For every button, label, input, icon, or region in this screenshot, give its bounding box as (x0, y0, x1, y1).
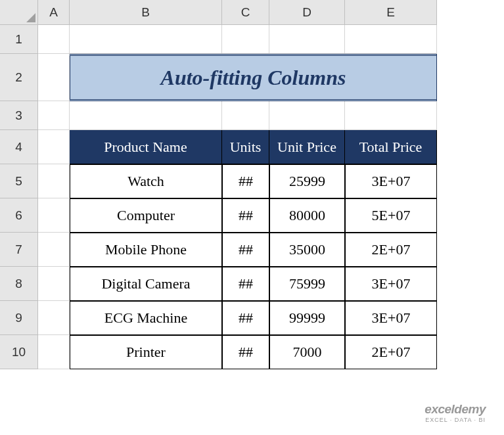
table-row[interactable]: 2E+07 (345, 233, 437, 267)
table-row[interactable]: ## (222, 301, 269, 335)
cell-a3[interactable] (38, 101, 70, 130)
col-header-a[interactable]: A (38, 0, 70, 25)
table-row[interactable]: 3E+07 (345, 267, 437, 301)
table-row[interactable]: Watch (70, 164, 222, 198)
table-row[interactable]: ## (222, 164, 269, 198)
row-header-3[interactable]: 3 (0, 101, 38, 130)
watermark-brand: exceldemy (424, 402, 486, 417)
cell-a7[interactable] (38, 233, 70, 267)
row-header-4[interactable]: 4 (0, 130, 38, 164)
cell-e3[interactable] (345, 101, 437, 130)
table-header-product[interactable]: Product Name (70, 130, 222, 164)
cell-a2[interactable] (38, 54, 70, 101)
row-header-9[interactable]: 9 (0, 301, 38, 335)
table-row[interactable]: ## (222, 335, 269, 369)
table-row[interactable]: 75999 (269, 267, 345, 301)
cell-b1[interactable] (70, 25, 222, 54)
table-row[interactable]: Digital Camera (70, 267, 222, 301)
watermark-tagline: EXCEL · DATA · BI (424, 417, 486, 423)
title-cell[interactable]: Auto-fitting Columns (70, 54, 437, 101)
cell-c1[interactable] (222, 25, 269, 54)
table-row[interactable]: 25999 (269, 164, 345, 198)
select-all-corner[interactable] (0, 0, 38, 25)
table-header-units[interactable]: Units (222, 130, 269, 164)
watermark: exceldemy EXCEL · DATA · BI (424, 402, 486, 423)
table-row[interactable]: ## (222, 267, 269, 301)
cell-a5[interactable] (38, 164, 70, 198)
row-header-6[interactable]: 6 (0, 198, 38, 233)
col-header-c[interactable]: C (222, 0, 269, 25)
row-header-2[interactable]: 2 (0, 54, 38, 101)
row-header-1[interactable]: 1 (0, 25, 38, 54)
cell-a4[interactable] (38, 130, 70, 164)
row-header-7[interactable]: 7 (0, 233, 38, 267)
row-header-8[interactable]: 8 (0, 267, 38, 301)
table-row[interactable]: Computer (70, 198, 222, 233)
table-row[interactable]: ECG Machine (70, 301, 222, 335)
table-row[interactable]: ## (222, 198, 269, 233)
cell-a1[interactable] (38, 25, 70, 54)
cell-a9[interactable] (38, 301, 70, 335)
row-header-5[interactable]: 5 (0, 164, 38, 198)
table-row[interactable]: 80000 (269, 198, 345, 233)
table-row[interactable]: 2E+07 (345, 335, 437, 369)
table-row[interactable]: 7000 (269, 335, 345, 369)
cell-c3[interactable] (222, 101, 269, 130)
table-row[interactable]: ## (222, 233, 269, 267)
table-row[interactable]: 99999 (269, 301, 345, 335)
cell-e1[interactable] (345, 25, 437, 54)
cell-d3[interactable] (269, 101, 345, 130)
table-row[interactable]: Printer (70, 335, 222, 369)
table-row[interactable]: 3E+07 (345, 301, 437, 335)
cell-a10[interactable] (38, 335, 70, 369)
table-row[interactable]: 35000 (269, 233, 345, 267)
col-header-e[interactable]: E (345, 0, 437, 25)
cell-b3[interactable] (70, 101, 222, 130)
row-header-10[interactable]: 10 (0, 335, 38, 369)
table-row[interactable]: 5E+07 (345, 198, 437, 233)
table-header-totalprice[interactable]: Total Price (345, 130, 437, 164)
col-header-b[interactable]: B (70, 0, 222, 25)
table-header-unitprice[interactable]: Unit Price (269, 130, 345, 164)
col-header-d[interactable]: D (269, 0, 345, 25)
table-row[interactable]: 3E+07 (345, 164, 437, 198)
spreadsheet-grid: A B C D E 1 2 Auto-fitting Columns 3 4 P… (0, 0, 504, 369)
table-row[interactable]: Mobile Phone (70, 233, 222, 267)
cell-a8[interactable] (38, 267, 70, 301)
cell-a6[interactable] (38, 198, 70, 233)
cell-d1[interactable] (269, 25, 345, 54)
